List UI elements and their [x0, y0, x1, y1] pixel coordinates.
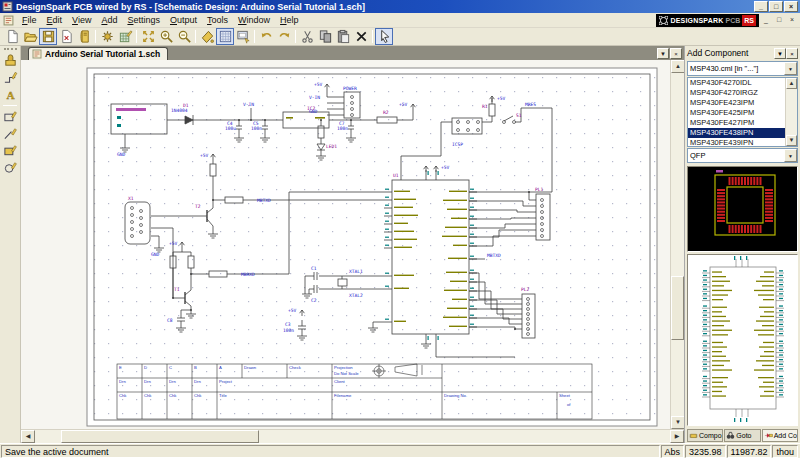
pane-close-button[interactable]: ×: [670, 48, 682, 59]
add-component-button[interactable]: [1, 52, 19, 69]
library-combo[interactable]: MSP430.cml [in "..."] ▼: [687, 61, 798, 76]
component-list-item[interactable]: MSP430FE427IPM: [688, 118, 785, 128]
svg-text:Drn: Drn: [119, 379, 126, 384]
redraw-button[interactable]: [198, 28, 216, 45]
horizontal-scroll-thumb[interactable]: [61, 430, 259, 443]
open-button[interactable]: [21, 28, 39, 45]
save-button[interactable]: [39, 28, 57, 45]
document-close-button[interactable]: ×: [786, 15, 798, 26]
component-list-item[interactable]: MSP430FE423IPM: [688, 98, 785, 108]
panel-tab-label: Add Co...: [774, 432, 798, 439]
redo-icon: [277, 29, 292, 44]
svg-text:+5V: +5V: [399, 102, 408, 107]
open-icon: [23, 29, 38, 44]
list-scroll-up-button[interactable]: ▲: [786, 78, 797, 89]
menu-view[interactable]: View: [67, 14, 96, 26]
undo-button[interactable]: [257, 28, 275, 45]
list-scroll-down-button[interactable]: ▼: [786, 135, 797, 146]
zoom-out-icon: [177, 29, 192, 44]
add-rectangle-button[interactable]: [1, 108, 19, 125]
add-circle-icon: [3, 160, 18, 175]
pane-menu-button[interactable]: ▼: [657, 48, 669, 59]
close-button[interactable]: ×: [784, 1, 798, 12]
package-combo-dropdown-icon[interactable]: ▼: [784, 149, 797, 162]
component-list: MSP430F4270IDLMSP430F4270IRGZMSP430FE423…: [687, 77, 798, 147]
zoom-out-button[interactable]: [175, 28, 193, 45]
add-filled-rectangle-button[interactable]: [1, 142, 19, 159]
scroll-up-button[interactable]: ▲: [671, 60, 685, 73]
document-tab[interactable]: Arduino Serial Tutorial 1.sch: [28, 47, 168, 60]
svg-text:+5V: +5V: [441, 165, 450, 170]
scroll-right-button[interactable]: ▶: [670, 430, 684, 443]
package-combo[interactable]: QFP ▼: [687, 148, 798, 163]
add-circle-button[interactable]: [1, 159, 19, 176]
menu-tools[interactable]: Tools: [202, 14, 233, 26]
svg-text:C1: C1: [311, 266, 317, 271]
vertical-scroll-track[interactable]: [671, 73, 684, 416]
svg-text:U1: U1: [393, 173, 399, 178]
svg-text:C2: C2: [311, 298, 317, 303]
svg-text:Chk: Chk: [194, 393, 202, 398]
libraries-button[interactable]: [75, 28, 93, 45]
menu-window[interactable]: Window: [233, 14, 275, 26]
library-combo-dropdown-icon[interactable]: ▼: [784, 62, 797, 75]
paste-button[interactable]: [334, 28, 352, 45]
menu-edit[interactable]: Edit: [42, 14, 68, 26]
document-restore-button[interactable]: □: [773, 15, 785, 26]
close-button[interactable]: [57, 28, 75, 45]
add-component-panel: Add Component ▼ × MSP430.cml [in "..."] …: [684, 46, 800, 443]
new-document-button[interactable]: [3, 28, 21, 45]
add-text-button[interactable]: A: [1, 86, 19, 103]
menu-help[interactable]: Help: [275, 14, 304, 26]
panel-tab-addco[interactable]: Add Co...: [762, 429, 798, 442]
toolbar-separator: [3, 105, 17, 106]
component-list-item[interactable]: MSP430FE438IPN: [688, 128, 785, 138]
select-cursor-button[interactable]: [375, 28, 393, 45]
menu-add[interactable]: Add: [96, 14, 122, 26]
svg-text:MRES: MRES: [525, 102, 536, 107]
menu-settings[interactable]: Settings: [122, 14, 165, 26]
delete-button[interactable]: [352, 28, 370, 45]
component-list-item[interactable]: MSP430F4270IDL: [688, 78, 785, 88]
add-wire-icon: [3, 70, 18, 85]
frame-view-button[interactable]: [234, 28, 252, 45]
menu-file[interactable]: File: [17, 14, 42, 26]
minimize-button[interactable]: _: [754, 1, 768, 12]
settings-gear-button[interactable]: [98, 28, 116, 45]
toggle-grid-button[interactable]: [216, 28, 234, 45]
zoom-in-button[interactable]: [157, 28, 175, 45]
panel-close-button[interactable]: ×: [786, 48, 798, 59]
vertical-scroll-thumb[interactable]: [671, 276, 684, 340]
svg-text:Chk: Chk: [169, 393, 177, 398]
horizontal-scroll-track[interactable]: [35, 430, 670, 443]
document-minimize-button[interactable]: _: [760, 15, 772, 26]
scroll-down-button[interactable]: ▼: [671, 416, 685, 429]
add-wire-button[interactable]: [1, 69, 19, 86]
panel-tab-goto[interactable]: Goto: [724, 429, 760, 442]
schematic-canvas[interactable]: V-IND11N4004C4100uC5100nIC2C7100nR2+5VGN…: [21, 60, 670, 429]
copy-button[interactable]: [316, 28, 334, 45]
svg-text:100n: 100n: [283, 328, 294, 333]
add-line-button[interactable]: [1, 125, 19, 142]
component-list-item[interactable]: MSP430FE425IPM: [688, 108, 785, 118]
grid-settings-button[interactable]: [116, 28, 134, 45]
view-all-button[interactable]: [139, 28, 157, 45]
scroll-left-button[interactable]: ◀: [21, 430, 35, 443]
toolbar-grip[interactable]: [4, 48, 17, 50]
panel-tab-label: Goto: [736, 432, 751, 439]
menu-output[interactable]: Output: [165, 14, 202, 26]
menu-items: FileEditViewAddSettingsOutputToolsWindow…: [17, 14, 304, 26]
component-list-item[interactable]: MSP430F4270IRGZ: [688, 88, 785, 98]
app-window: DesignSpark PCB wired by RS - [Schematic…: [0, 0, 800, 458]
close-icon: [59, 29, 74, 44]
maximize-button[interactable]: □: [769, 1, 783, 12]
component-list-item[interactable]: MSP430FE439IPN: [688, 138, 785, 146]
svg-text:GND: GND: [309, 109, 318, 114]
svg-text:MBTXD: MBTXD: [257, 198, 271, 203]
svg-text:R2: R2: [383, 110, 389, 115]
panel-tab-compo[interactable]: Compo...: [687, 429, 723, 442]
svg-text:POWER: POWER: [343, 86, 357, 91]
cut-button[interactable]: [298, 28, 316, 45]
redo-button[interactable]: [275, 28, 293, 45]
panel-menu-button[interactable]: ▼: [774, 48, 786, 59]
